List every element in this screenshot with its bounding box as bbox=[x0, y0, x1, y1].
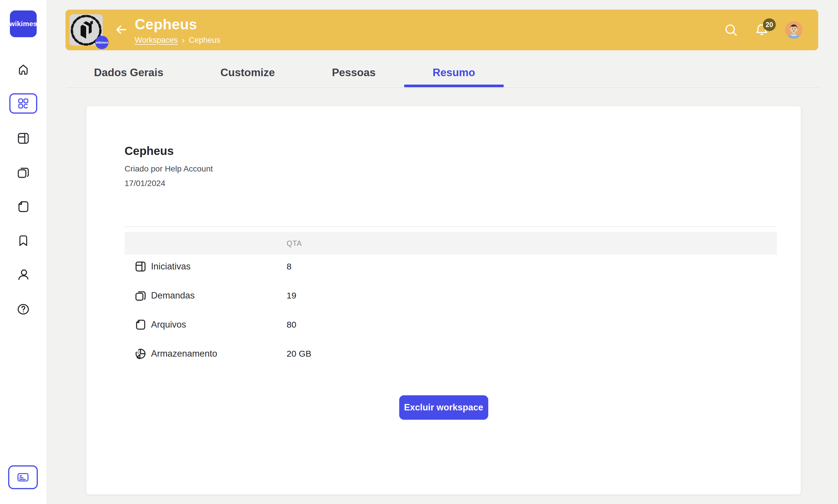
user-avatar[interactable] bbox=[785, 21, 803, 39]
notifications-count: 20 bbox=[766, 21, 773, 29]
board-icon bbox=[16, 131, 30, 145]
home-icon bbox=[16, 62, 30, 76]
workspace-avatar: wikimeɘ bbox=[70, 14, 103, 46]
tab-pessoas[interactable]: Pessoas bbox=[304, 63, 404, 83]
back-arrow-icon bbox=[114, 23, 128, 36]
table-row-armazenamento: Armazenamento 20 GB bbox=[124, 339, 777, 368]
row-label: Demandas bbox=[151, 290, 195, 301]
summary-divider bbox=[124, 227, 777, 227]
breadcrumb-current: Cepheus bbox=[189, 36, 220, 45]
sidebar-item-files[interactable] bbox=[9, 197, 37, 217]
delete-workspace-button[interactable]: Excluir workspace bbox=[399, 395, 488, 420]
sidebar-item-home[interactable] bbox=[9, 59, 37, 79]
summary-head: Cepheus Criado por Help Account 17/01/20… bbox=[124, 144, 213, 193]
search-button[interactable] bbox=[723, 22, 738, 37]
header-actions: 20 bbox=[723, 10, 803, 50]
created-date: 17/01/2024 bbox=[124, 178, 213, 188]
sidebar-item-demands[interactable] bbox=[9, 162, 37, 182]
row-value: 80 bbox=[287, 320, 296, 330]
row-value: 19 bbox=[287, 291, 296, 301]
user-icon bbox=[16, 268, 30, 282]
tabbar-divider bbox=[66, 88, 820, 88]
created-by: Criado por Help Account bbox=[124, 164, 213, 174]
summary-table: Iniciativas 8 Demandas 19 Arquivos 80 Ar… bbox=[124, 252, 777, 368]
header-titles: Cepheus Workspaces › Cepheus bbox=[135, 16, 220, 45]
sidebar-item-help[interactable] bbox=[9, 299, 37, 320]
breadcrumb-separator: › bbox=[182, 35, 185, 45]
tab-dados-gerais[interactable]: Dados Gerais bbox=[66, 63, 192, 83]
app-logo-text: wikimeɘ bbox=[9, 20, 37, 28]
workspace-badge-text: wikimeɘ bbox=[96, 41, 108, 44]
summary-card: Cepheus Criado por Help Account 17/01/20… bbox=[86, 106, 801, 494]
workspace-tabs: Dados Gerais Customize Pessoas Resumo bbox=[66, 63, 504, 83]
file-icon bbox=[16, 200, 30, 214]
workspace-header: wikimeɘ Cepheus Workspaces › Cepheus 20 bbox=[66, 10, 818, 50]
file-icon bbox=[134, 318, 147, 331]
sidebar-card-button[interactable] bbox=[8, 465, 38, 489]
row-value: 20 GB bbox=[287, 349, 311, 359]
qta-column-header: QTA bbox=[287, 239, 302, 248]
row-value: 8 bbox=[287, 262, 292, 271]
app-logo[interactable]: wikimeɘ bbox=[10, 11, 37, 37]
notifications-button[interactable]: 20 bbox=[754, 22, 769, 37]
sidebar-item-initiatives[interactable] bbox=[9, 128, 37, 148]
table-header-row: QTA bbox=[124, 232, 777, 255]
card-icon bbox=[16, 471, 30, 484]
workspace-name: Cepheus bbox=[124, 144, 213, 158]
row-label: Iniciativas bbox=[151, 261, 191, 272]
breadcrumb-workspaces-link[interactable]: Workspaces bbox=[135, 36, 178, 45]
help-icon bbox=[16, 302, 30, 316]
layers-icon bbox=[16, 165, 30, 179]
sidebar-item-profile[interactable] bbox=[9, 265, 37, 285]
table-row-arquivos: Arquivos 80 bbox=[124, 310, 777, 339]
workspace-avatar-badge: wikimeɘ bbox=[95, 36, 108, 49]
grid-icon bbox=[16, 96, 30, 110]
back-button[interactable] bbox=[114, 22, 128, 37]
layers-icon bbox=[134, 289, 147, 302]
notifications-badge: 20 bbox=[763, 18, 776, 31]
sidebar: wikimeɘ bbox=[0, 0, 47, 504]
sidebar-item-workspaces[interactable] bbox=[9, 93, 37, 114]
page-title: Cepheus bbox=[135, 16, 220, 33]
tab-resumo[interactable]: Resumo bbox=[404, 63, 504, 83]
user-avatar-image bbox=[785, 21, 803, 39]
tab-customize[interactable]: Customize bbox=[192, 63, 304, 83]
table-row-demandas: Demandas 19 bbox=[124, 281, 777, 310]
search-icon bbox=[723, 22, 738, 37]
board-icon bbox=[134, 260, 147, 273]
bookmark-icon bbox=[16, 234, 30, 248]
sidebar-item-bookmarks[interactable] bbox=[9, 231, 37, 251]
row-label: Arquivos bbox=[151, 320, 186, 330]
table-row-iniciativas: Iniciativas 8 bbox=[124, 252, 777, 281]
pie-chart-icon bbox=[134, 347, 147, 360]
row-label: Armazenamento bbox=[151, 348, 217, 359]
breadcrumb: Workspaces › Cepheus bbox=[135, 35, 220, 45]
